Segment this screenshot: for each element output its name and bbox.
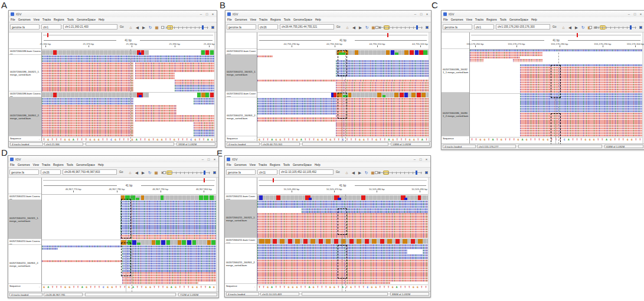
home-icon[interactable]: ⌂: [345, 25, 350, 30]
maximize-button[interactable]: □: [206, 157, 211, 162]
zoom-in-box[interactable]: [426, 26, 429, 29]
track-label[interactable]: 002072060211_160901_2.merge_sorted.bam: [8, 261, 41, 268]
track-label-section[interactable]: 002072060211_160321_1.merge_sorted.bam: [8, 200, 41, 239]
go-button[interactable]: Go: [119, 169, 123, 175]
menu-item-view[interactable]: View: [250, 162, 256, 168]
track-label[interactable]: 002072060211.bam Coverage: [8, 239, 41, 245]
alignment-track[interactable]: [42, 55, 214, 93]
zoom-in-box[interactable]: [639, 26, 642, 29]
forward-arrow-icon[interactable]: ▶: [357, 170, 362, 175]
zoom-slider[interactable]: [589, 25, 642, 30]
track-label-section[interactable]: 002072060211.bam Coverage: [8, 194, 41, 200]
zoom-out-box[interactable]: [161, 26, 164, 29]
chromosome-select[interactable]: chr26: [258, 24, 278, 30]
genome-select[interactable]: genome.fa: [443, 24, 472, 30]
define-region-icon[interactable]: ▦: [153, 170, 159, 175]
locus-input[interactable]: [63, 169, 117, 175]
track-label-section[interactable]: 002072060186.bam Coverage: [9, 91, 41, 97]
menu-item-genomespace[interactable]: GenomeSpace: [509, 17, 528, 22]
zoom-out-box[interactable]: [589, 26, 592, 29]
menu-item-regions[interactable]: Regions: [270, 17, 281, 22]
zoom-slider[interactable]: [375, 25, 429, 30]
locus-input[interactable]: [279, 169, 334, 175]
back-arrow-icon[interactable]: ◀: [567, 25, 573, 30]
locus-input[interactable]: [496, 24, 550, 30]
zoom-thumb[interactable]: [204, 171, 205, 175]
track-label[interactable]: 002072060211_160901_2.merge_sorted.bam: [225, 113, 257, 120]
vertical-scrollbar[interactable]: [214, 32, 217, 142]
menu-item-genomespace[interactable]: GenomeSpace: [293, 162, 312, 168]
track-label[interactable]: 002072060211_160321_1.merge_sorted.bam: [225, 70, 257, 77]
chromosome-select[interactable]: chr1: [41, 24, 61, 30]
go-button[interactable]: Go: [336, 169, 339, 175]
menu-item-help[interactable]: Help: [99, 17, 104, 22]
close-button[interactable]: ×: [210, 12, 215, 17]
minimize-button[interactable]: –: [412, 157, 417, 162]
menu-item-tools[interactable]: Tools: [284, 17, 290, 22]
track-label[interactable]: 002072060186_160321_1.merge_sorted.bam: [442, 67, 469, 74]
close-button[interactable]: ×: [424, 157, 429, 162]
menu-item-tracks[interactable]: Tracks: [259, 17, 267, 22]
minimize-button[interactable]: –: [626, 12, 632, 17]
track-label[interactable]: 002072060211.bam Coverage: [225, 49, 257, 55]
minimize-button[interactable]: –: [413, 12, 418, 17]
menu-item-file[interactable]: File: [227, 17, 232, 22]
chromosome-select[interactable]: chr1: [474, 24, 494, 30]
back-arrow-icon[interactable]: ◀: [134, 170, 139, 175]
track-label-section[interactable]: 002072060211_160321_1.merge_sorted.bam: [225, 55, 257, 91]
track-label[interactable]: 002072060211_160321_1.merge_sorted.bam: [8, 216, 41, 223]
chromosome-select[interactable]: chr26: [41, 169, 61, 175]
zoom-thumb[interactable]: [630, 25, 632, 30]
menu-item-regions[interactable]: Regions: [53, 162, 64, 168]
home-icon[interactable]: ⌂: [561, 25, 566, 30]
alignment-track[interactable]: [42, 98, 214, 138]
menu-item-regions[interactable]: Regions: [270, 162, 280, 168]
track-label[interactable]: 002072060186_160321_1.merge_sorted.bam: [9, 70, 41, 77]
menu-item-genomes[interactable]: Genomes: [451, 17, 463, 22]
track-label-section[interactable]: 002072060186_160321_1.merge_sorted.bam: [442, 49, 469, 93]
menu-item-genomes[interactable]: Genomes: [18, 17, 31, 22]
track-label-section[interactable]: 002072060186_160901_2.merge_sorted.bam: [442, 93, 469, 136]
menu-item-help[interactable]: Help: [315, 162, 321, 168]
track-label[interactable]: Sequence: [9, 136, 41, 140]
menu-item-file[interactable]: File: [11, 17, 15, 22]
menu-item-tools[interactable]: Tools: [67, 162, 73, 168]
menu-item-file[interactable]: File: [10, 162, 15, 168]
home-icon[interactable]: ⌂: [128, 25, 133, 30]
close-button[interactable]: ×: [638, 12, 643, 17]
track-label-section[interactable]: 002072060211.bam Coverage: [8, 239, 41, 245]
forward-arrow-icon[interactable]: ▶: [141, 25, 146, 30]
menu-item-tools[interactable]: Tools: [67, 17, 74, 22]
zoom-slider[interactable]: [161, 25, 214, 30]
vertical-scrollbar[interactable]: [429, 32, 431, 142]
track-label-section[interactable]: 002072060211_160321_1.merge_sorted.bam: [225, 200, 257, 238]
zoom-thumb[interactable]: [416, 171, 417, 175]
forward-arrow-icon[interactable]: ▶: [358, 25, 363, 30]
zoom-slider[interactable]: [375, 170, 428, 175]
menu-item-view[interactable]: View: [466, 17, 472, 22]
track-label-section[interactable]: 002072060211_160901_2.merge_sorted.bam: [8, 245, 41, 284]
track-label[interactable]: 002072060211_160321_1.merge_sorted.bam: [225, 215, 257, 223]
zoom-in-box[interactable]: [425, 171, 428, 174]
refresh-icon[interactable]: ↻: [364, 170, 369, 175]
menu-item-genomes[interactable]: Genomes: [235, 17, 247, 22]
track-label[interactable]: 002072060186_160901_2.merge_sorted.bam: [9, 113, 41, 120]
refresh-icon[interactable]: ↻: [580, 25, 586, 30]
menu-item-genomes[interactable]: Genomes: [234, 162, 247, 168]
menu-item-file[interactable]: File: [227, 162, 231, 168]
vertical-scrollbar[interactable]: [428, 178, 430, 292]
track-label[interactable]: 002072060186.bam Coverage: [9, 91, 41, 97]
go-button[interactable]: Go: [336, 24, 340, 30]
track-label-section[interactable]: 002072060211.bam Coverage: [225, 194, 257, 200]
menu-item-tracks[interactable]: Tracks: [475, 17, 483, 22]
track-label-section[interactable]: 002072060211.bam Coverage: [225, 49, 257, 55]
track-label-section[interactable]: 002072060211.bam Coverage: [225, 238, 257, 244]
menu-item-view[interactable]: View: [250, 17, 256, 22]
track-label[interactable]: Sequence: [8, 284, 41, 287]
track-label[interactable]: 002072060211.bam Coverage: [8, 194, 41, 200]
maximize-button[interactable]: □: [419, 12, 424, 17]
coverage-track[interactable]: [257, 195, 428, 201]
back-arrow-icon[interactable]: ◀: [135, 25, 140, 30]
zoom-out-box[interactable]: [375, 26, 378, 29]
refresh-icon[interactable]: ↻: [147, 170, 152, 175]
